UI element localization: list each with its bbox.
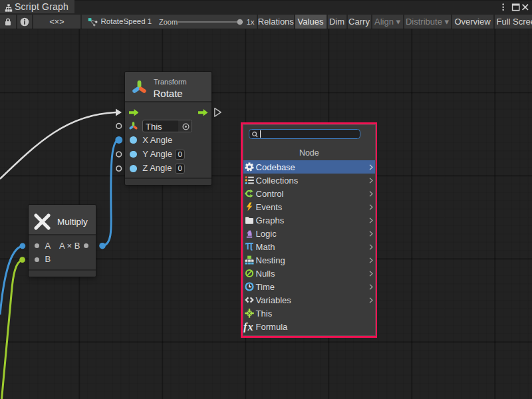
- svg-text:1x: 1x: [246, 18, 254, 26]
- svg-text:x: x: [247, 321, 253, 332]
